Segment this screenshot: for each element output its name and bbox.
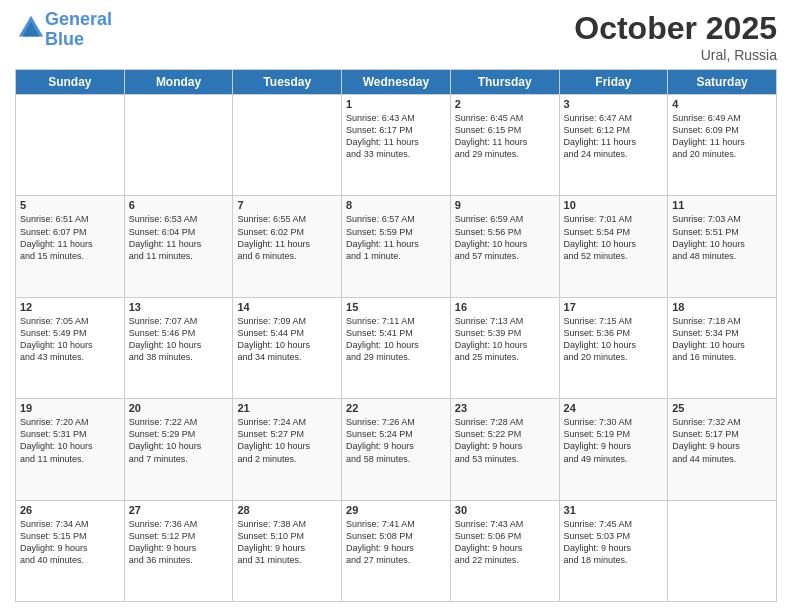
cell-date: 5 xyxy=(20,199,120,211)
calendar-cell: 21Sunrise: 7:24 AM Sunset: 5:27 PM Dayli… xyxy=(233,399,342,500)
cell-date: 4 xyxy=(672,98,772,110)
calendar-table: SundayMondayTuesdayWednesdayThursdayFrid… xyxy=(15,69,777,602)
cell-info: Sunrise: 7:15 AM Sunset: 5:36 PM Dayligh… xyxy=(564,315,664,364)
cell-date: 9 xyxy=(455,199,555,211)
cell-info: Sunrise: 6:53 AM Sunset: 6:04 PM Dayligh… xyxy=(129,213,229,262)
day-header-sunday: Sunday xyxy=(16,70,125,95)
calendar-cell: 27Sunrise: 7:36 AM Sunset: 5:12 PM Dayli… xyxy=(124,500,233,601)
cell-info: Sunrise: 7:34 AM Sunset: 5:15 PM Dayligh… xyxy=(20,518,120,567)
cell-info: Sunrise: 7:41 AM Sunset: 5:08 PM Dayligh… xyxy=(346,518,446,567)
calendar-week-1: 1Sunrise: 6:43 AM Sunset: 6:17 PM Daylig… xyxy=(16,95,777,196)
calendar-cell: 28Sunrise: 7:38 AM Sunset: 5:10 PM Dayli… xyxy=(233,500,342,601)
cell-date: 13 xyxy=(129,301,229,313)
cell-info: Sunrise: 7:28 AM Sunset: 5:22 PM Dayligh… xyxy=(455,416,555,465)
cell-date: 17 xyxy=(564,301,664,313)
cell-date: 31 xyxy=(564,504,664,516)
calendar-cell: 10Sunrise: 7:01 AM Sunset: 5:54 PM Dayli… xyxy=(559,196,668,297)
cell-info: Sunrise: 7:18 AM Sunset: 5:34 PM Dayligh… xyxy=(672,315,772,364)
calendar-cell: 2Sunrise: 6:45 AM Sunset: 6:15 PM Daylig… xyxy=(450,95,559,196)
calendar-cell xyxy=(124,95,233,196)
cell-info: Sunrise: 7:20 AM Sunset: 5:31 PM Dayligh… xyxy=(20,416,120,465)
calendar-cell: 11Sunrise: 7:03 AM Sunset: 5:51 PM Dayli… xyxy=(668,196,777,297)
cell-date: 21 xyxy=(237,402,337,414)
cell-info: Sunrise: 7:43 AM Sunset: 5:06 PM Dayligh… xyxy=(455,518,555,567)
location: Ural, Russia xyxy=(574,47,777,63)
day-header-saturday: Saturday xyxy=(668,70,777,95)
calendar-cell: 16Sunrise: 7:13 AM Sunset: 5:39 PM Dayli… xyxy=(450,297,559,398)
title-block: October 2025 Ural, Russia xyxy=(574,10,777,63)
calendar-week-2: 5Sunrise: 6:51 AM Sunset: 6:07 PM Daylig… xyxy=(16,196,777,297)
cell-info: Sunrise: 6:49 AM Sunset: 6:09 PM Dayligh… xyxy=(672,112,772,161)
cell-date: 16 xyxy=(455,301,555,313)
cell-date: 20 xyxy=(129,402,229,414)
calendar-cell: 25Sunrise: 7:32 AM Sunset: 5:17 PM Dayli… xyxy=(668,399,777,500)
cell-date: 14 xyxy=(237,301,337,313)
cell-info: Sunrise: 7:32 AM Sunset: 5:17 PM Dayligh… xyxy=(672,416,772,465)
cell-info: Sunrise: 7:13 AM Sunset: 5:39 PM Dayligh… xyxy=(455,315,555,364)
calendar-cell: 30Sunrise: 7:43 AM Sunset: 5:06 PM Dayli… xyxy=(450,500,559,601)
cell-date: 19 xyxy=(20,402,120,414)
month-title: October 2025 xyxy=(574,10,777,47)
calendar-header-row: SundayMondayTuesdayWednesdayThursdayFrid… xyxy=(16,70,777,95)
cell-date: 27 xyxy=(129,504,229,516)
calendar-week-4: 19Sunrise: 7:20 AM Sunset: 5:31 PM Dayli… xyxy=(16,399,777,500)
calendar-cell: 14Sunrise: 7:09 AM Sunset: 5:44 PM Dayli… xyxy=(233,297,342,398)
calendar-cell: 31Sunrise: 7:45 AM Sunset: 5:03 PM Dayli… xyxy=(559,500,668,601)
calendar-cell: 23Sunrise: 7:28 AM Sunset: 5:22 PM Dayli… xyxy=(450,399,559,500)
cell-info: Sunrise: 7:09 AM Sunset: 5:44 PM Dayligh… xyxy=(237,315,337,364)
calendar-cell xyxy=(668,500,777,601)
calendar-cell xyxy=(233,95,342,196)
calendar-cell: 7Sunrise: 6:55 AM Sunset: 6:02 PM Daylig… xyxy=(233,196,342,297)
calendar-cell: 20Sunrise: 7:22 AM Sunset: 5:29 PM Dayli… xyxy=(124,399,233,500)
calendar-cell: 6Sunrise: 6:53 AM Sunset: 6:04 PM Daylig… xyxy=(124,196,233,297)
cell-date: 23 xyxy=(455,402,555,414)
cell-info: Sunrise: 7:11 AM Sunset: 5:41 PM Dayligh… xyxy=(346,315,446,364)
cell-info: Sunrise: 7:38 AM Sunset: 5:10 PM Dayligh… xyxy=(237,518,337,567)
calendar-cell: 9Sunrise: 6:59 AM Sunset: 5:56 PM Daylig… xyxy=(450,196,559,297)
day-header-monday: Monday xyxy=(124,70,233,95)
cell-info: Sunrise: 7:30 AM Sunset: 5:19 PM Dayligh… xyxy=(564,416,664,465)
logo: General Blue xyxy=(15,10,112,50)
calendar-week-5: 26Sunrise: 7:34 AM Sunset: 5:15 PM Dayli… xyxy=(16,500,777,601)
calendar-cell: 29Sunrise: 7:41 AM Sunset: 5:08 PM Dayli… xyxy=(342,500,451,601)
cell-info: Sunrise: 6:59 AM Sunset: 5:56 PM Dayligh… xyxy=(455,213,555,262)
cell-info: Sunrise: 6:55 AM Sunset: 6:02 PM Dayligh… xyxy=(237,213,337,262)
cell-info: Sunrise: 7:03 AM Sunset: 5:51 PM Dayligh… xyxy=(672,213,772,262)
cell-info: Sunrise: 6:47 AM Sunset: 6:12 PM Dayligh… xyxy=(564,112,664,161)
calendar-cell: 15Sunrise: 7:11 AM Sunset: 5:41 PM Dayli… xyxy=(342,297,451,398)
calendar-body: 1Sunrise: 6:43 AM Sunset: 6:17 PM Daylig… xyxy=(16,95,777,602)
calendar-cell xyxy=(16,95,125,196)
cell-info: Sunrise: 7:36 AM Sunset: 5:12 PM Dayligh… xyxy=(129,518,229,567)
cell-info: Sunrise: 7:26 AM Sunset: 5:24 PM Dayligh… xyxy=(346,416,446,465)
calendar-cell: 4Sunrise: 6:49 AM Sunset: 6:09 PM Daylig… xyxy=(668,95,777,196)
cell-info: Sunrise: 7:22 AM Sunset: 5:29 PM Dayligh… xyxy=(129,416,229,465)
calendar-cell: 1Sunrise: 6:43 AM Sunset: 6:17 PM Daylig… xyxy=(342,95,451,196)
cell-date: 26 xyxy=(20,504,120,516)
calendar-cell: 18Sunrise: 7:18 AM Sunset: 5:34 PM Dayli… xyxy=(668,297,777,398)
calendar-cell: 22Sunrise: 7:26 AM Sunset: 5:24 PM Dayli… xyxy=(342,399,451,500)
calendar-cell: 26Sunrise: 7:34 AM Sunset: 5:15 PM Dayli… xyxy=(16,500,125,601)
cell-info: Sunrise: 6:57 AM Sunset: 5:59 PM Dayligh… xyxy=(346,213,446,262)
cell-date: 18 xyxy=(672,301,772,313)
cell-date: 6 xyxy=(129,199,229,211)
calendar-cell: 3Sunrise: 6:47 AM Sunset: 6:12 PM Daylig… xyxy=(559,95,668,196)
calendar-cell: 19Sunrise: 7:20 AM Sunset: 5:31 PM Dayli… xyxy=(16,399,125,500)
cell-date: 10 xyxy=(564,199,664,211)
cell-date: 12 xyxy=(20,301,120,313)
calendar-cell: 8Sunrise: 6:57 AM Sunset: 5:59 PM Daylig… xyxy=(342,196,451,297)
cell-info: Sunrise: 7:05 AM Sunset: 5:49 PM Dayligh… xyxy=(20,315,120,364)
cell-date: 15 xyxy=(346,301,446,313)
cell-date: 1 xyxy=(346,98,446,110)
cell-date: 28 xyxy=(237,504,337,516)
cell-info: Sunrise: 7:24 AM Sunset: 5:27 PM Dayligh… xyxy=(237,416,337,465)
cell-date: 22 xyxy=(346,402,446,414)
cell-date: 7 xyxy=(237,199,337,211)
cell-date: 11 xyxy=(672,199,772,211)
day-header-wednesday: Wednesday xyxy=(342,70,451,95)
calendar-cell: 13Sunrise: 7:07 AM Sunset: 5:46 PM Dayli… xyxy=(124,297,233,398)
cell-date: 29 xyxy=(346,504,446,516)
cell-info: Sunrise: 7:45 AM Sunset: 5:03 PM Dayligh… xyxy=(564,518,664,567)
cell-info: Sunrise: 6:45 AM Sunset: 6:15 PM Dayligh… xyxy=(455,112,555,161)
cell-info: Sunrise: 7:01 AM Sunset: 5:54 PM Dayligh… xyxy=(564,213,664,262)
cell-info: Sunrise: 6:51 AM Sunset: 6:07 PM Dayligh… xyxy=(20,213,120,262)
